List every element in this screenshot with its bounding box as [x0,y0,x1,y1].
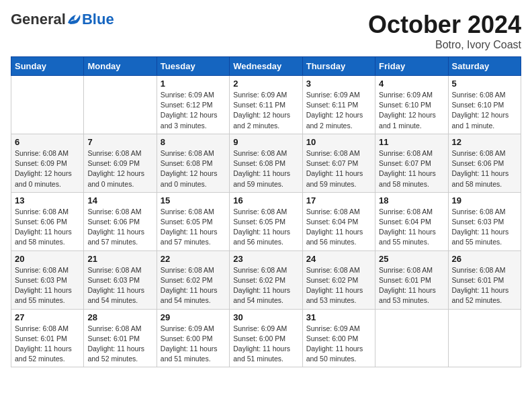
day-number: 4 [379,79,444,89]
day-number: 21 [87,254,152,264]
day-number: 9 [233,137,298,147]
calendar-cell: 18Sunrise: 6:08 AM Sunset: 6:04 PM Dayli… [375,192,448,250]
day-info: Sunrise: 6:08 AM Sunset: 6:08 PM Dayligh… [161,148,226,189]
day-number: 3 [306,79,371,89]
day-info: Sunrise: 6:08 AM Sunset: 6:01 PM Dayligh… [379,265,444,306]
calendar-cell: 15Sunrise: 6:08 AM Sunset: 6:05 PM Dayli… [157,192,229,250]
day-info: Sunrise: 6:08 AM Sunset: 6:01 PM Dayligh… [15,324,80,365]
day-number: 18 [379,195,444,205]
day-number: 2 [233,79,298,89]
day-info: Sunrise: 6:08 AM Sunset: 6:07 PM Dayligh… [379,148,444,189]
day-info: Sunrise: 6:09 AM Sunset: 6:00 PM Dayligh… [161,324,226,365]
calendar-cell: 13Sunrise: 6:08 AM Sunset: 6:06 PM Dayli… [11,192,84,250]
day-info: Sunrise: 6:08 AM Sunset: 6:03 PM Dayligh… [15,265,80,306]
day-number: 27 [15,312,80,322]
day-number: 22 [161,254,226,264]
day-number: 1 [161,79,226,89]
weekday-header: Thursday [302,57,375,76]
calendar-cell: 16Sunrise: 6:08 AM Sunset: 6:05 PM Dayli… [230,192,302,250]
calendar-cell: 10Sunrise: 6:08 AM Sunset: 6:07 PM Dayli… [302,134,375,192]
calendar-cell [448,309,521,367]
month-title: October 2024 [368,11,521,39]
calendar-cell [84,76,157,134]
day-number: 12 [452,137,517,147]
calendar-cell: 21Sunrise: 6:08 AM Sunset: 6:03 PM Dayli… [84,250,157,309]
calendar-cell: 6Sunrise: 6:08 AM Sunset: 6:09 PM Daylig… [11,134,84,192]
day-number: 16 [233,195,298,205]
weekday-header: Monday [84,57,157,76]
day-number: 28 [87,312,152,322]
day-info: Sunrise: 6:08 AM Sunset: 6:01 PM Dayligh… [87,324,152,365]
calendar-cell: 11Sunrise: 6:08 AM Sunset: 6:07 PM Dayli… [375,134,448,192]
day-number: 31 [306,312,371,322]
day-info: Sunrise: 6:08 AM Sunset: 6:06 PM Dayligh… [87,207,152,248]
day-info: Sunrise: 6:08 AM Sunset: 6:05 PM Dayligh… [233,207,298,248]
calendar-cell: 7Sunrise: 6:08 AM Sunset: 6:09 PM Daylig… [84,134,157,192]
day-number: 17 [306,195,371,205]
day-info: Sunrise: 6:09 AM Sunset: 6:00 PM Dayligh… [233,324,298,365]
calendar-cell: 20Sunrise: 6:08 AM Sunset: 6:03 PM Dayli… [11,250,84,309]
day-info: Sunrise: 6:09 AM Sunset: 6:11 PM Dayligh… [306,90,371,131]
weekday-header: Friday [375,57,448,76]
day-info: Sunrise: 6:09 AM Sunset: 6:11 PM Dayligh… [233,90,298,131]
day-info: Sunrise: 6:08 AM Sunset: 6:02 PM Dayligh… [161,265,226,306]
day-info: Sunrise: 6:09 AM Sunset: 6:00 PM Dayligh… [306,324,371,365]
calendar-cell: 26Sunrise: 6:08 AM Sunset: 6:01 PM Dayli… [448,250,521,309]
day-number: 26 [452,254,517,264]
calendar-cell: 17Sunrise: 6:08 AM Sunset: 6:04 PM Dayli… [302,192,375,250]
day-info: Sunrise: 6:09 AM Sunset: 6:10 PM Dayligh… [379,90,444,131]
day-number: 29 [161,312,226,322]
calendar-cell: 31Sunrise: 6:09 AM Sunset: 6:00 PM Dayli… [302,309,375,367]
logo: General Blue [11,11,114,28]
day-info: Sunrise: 6:08 AM Sunset: 6:03 PM Dayligh… [87,265,152,306]
day-number: 30 [233,312,298,322]
day-number: 7 [87,137,152,147]
weekday-header: Wednesday [230,57,302,76]
calendar-cell: 14Sunrise: 6:08 AM Sunset: 6:06 PM Dayli… [84,192,157,250]
day-info: Sunrise: 6:08 AM Sunset: 6:06 PM Dayligh… [452,148,517,189]
page-header: General Blue October 2024 Botro, Ivory C… [11,11,521,51]
title-block: October 2024 Botro, Ivory Coast [368,11,521,51]
calendar-table: SundayMondayTuesdayWednesdayThursdayFrid… [11,56,521,367]
day-number: 10 [306,137,371,147]
calendar-cell: 22Sunrise: 6:08 AM Sunset: 6:02 PM Dayli… [157,250,229,309]
day-info: Sunrise: 6:08 AM Sunset: 6:09 PM Dayligh… [87,148,152,189]
day-number: 19 [452,195,517,205]
calendar-header-row: SundayMondayTuesdayWednesdayThursdayFrid… [11,57,521,76]
day-info: Sunrise: 6:08 AM Sunset: 6:02 PM Dayligh… [233,265,298,306]
day-info: Sunrise: 6:08 AM Sunset: 6:05 PM Dayligh… [161,207,226,248]
calendar-cell: 25Sunrise: 6:08 AM Sunset: 6:01 PM Dayli… [375,250,448,309]
logo-blue: Blue [82,11,114,28]
calendar-cell: 30Sunrise: 6:09 AM Sunset: 6:00 PM Dayli… [230,309,302,367]
day-info: Sunrise: 6:08 AM Sunset: 6:07 PM Dayligh… [306,148,371,189]
calendar-cell: 3Sunrise: 6:09 AM Sunset: 6:11 PM Daylig… [302,76,375,134]
location-subtitle: Botro, Ivory Coast [368,39,521,51]
day-info: Sunrise: 6:08 AM Sunset: 6:04 PM Dayligh… [306,207,371,248]
calendar-cell: 9Sunrise: 6:08 AM Sunset: 6:08 PM Daylig… [230,134,302,192]
day-info: Sunrise: 6:09 AM Sunset: 6:12 PM Dayligh… [161,90,226,131]
logo-bird-icon [66,13,81,26]
day-number: 23 [233,254,298,264]
calendar-cell: 12Sunrise: 6:08 AM Sunset: 6:06 PM Dayli… [448,134,521,192]
day-info: Sunrise: 6:08 AM Sunset: 6:03 PM Dayligh… [452,207,517,248]
day-number: 24 [306,254,371,264]
calendar-cell: 23Sunrise: 6:08 AM Sunset: 6:02 PM Dayli… [230,250,302,309]
day-info: Sunrise: 6:08 AM Sunset: 6:02 PM Dayligh… [306,265,371,306]
calendar-cell: 1Sunrise: 6:09 AM Sunset: 6:12 PM Daylig… [157,76,229,134]
day-number: 13 [15,195,80,205]
day-number: 8 [161,137,226,147]
calendar-week-row: 27Sunrise: 6:08 AM Sunset: 6:01 PM Dayli… [11,309,521,367]
day-number: 14 [87,195,152,205]
day-info: Sunrise: 6:08 AM Sunset: 6:09 PM Dayligh… [15,148,80,189]
day-info: Sunrise: 6:08 AM Sunset: 6:01 PM Dayligh… [452,265,517,306]
day-number: 20 [15,254,80,264]
weekday-header: Tuesday [157,57,229,76]
calendar-week-row: 20Sunrise: 6:08 AM Sunset: 6:03 PM Dayli… [11,250,521,309]
weekday-header: Saturday [448,57,521,76]
calendar-cell: 28Sunrise: 6:08 AM Sunset: 6:01 PM Dayli… [84,309,157,367]
day-info: Sunrise: 6:08 AM Sunset: 6:08 PM Dayligh… [233,148,298,189]
calendar-cell: 24Sunrise: 6:08 AM Sunset: 6:02 PM Dayli… [302,250,375,309]
calendar-cell: 8Sunrise: 6:08 AM Sunset: 6:08 PM Daylig… [157,134,229,192]
calendar-cell [375,309,448,367]
day-number: 6 [15,137,80,147]
